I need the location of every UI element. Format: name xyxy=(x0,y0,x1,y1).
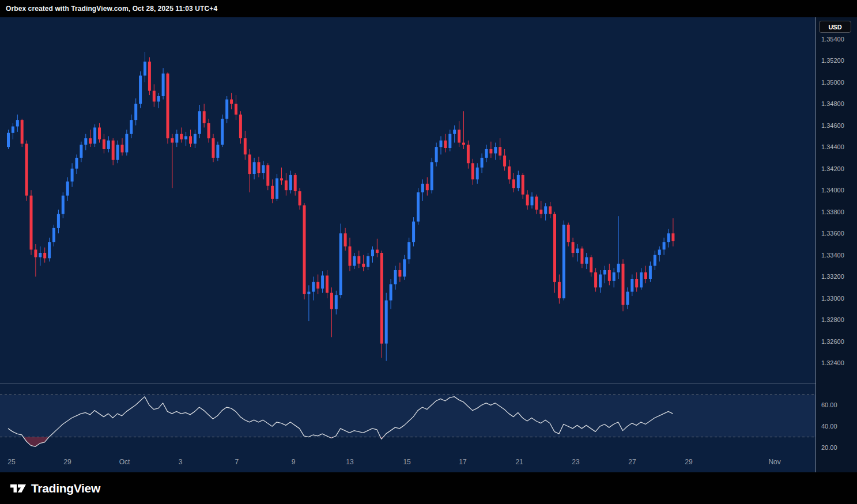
time-axis-label[interactable]: 21 xyxy=(515,458,523,466)
candle-down xyxy=(580,249,583,264)
candle-down xyxy=(244,138,247,154)
candle-up xyxy=(481,158,484,168)
candle-down xyxy=(271,186,274,199)
candle-up xyxy=(440,141,443,147)
price-axis[interactable]: USD 1.354001.352001.350001.348001.346001… xyxy=(816,17,857,472)
candle-up xyxy=(116,145,119,160)
candle-up xyxy=(517,175,520,188)
chart-pane[interactable]: 2529Oct37913151721232729Nov xyxy=(0,17,816,472)
candle-up xyxy=(262,165,265,173)
candle-up xyxy=(216,145,219,158)
candle-up xyxy=(339,233,342,295)
candle-down xyxy=(594,272,597,287)
candle-down xyxy=(526,195,529,206)
time-axis-label[interactable]: 7 xyxy=(235,458,239,466)
candle-down xyxy=(189,136,192,143)
candle-down xyxy=(567,225,570,242)
candle-down xyxy=(266,165,269,186)
candle-down xyxy=(112,141,115,160)
candle-down xyxy=(98,127,101,139)
candle-down xyxy=(572,242,575,253)
time-axis-label[interactable]: 27 xyxy=(628,458,636,466)
price-axis-label: 1.32600 xyxy=(821,338,844,345)
candle-up xyxy=(184,136,187,139)
candle-up xyxy=(7,133,10,147)
candle-down xyxy=(553,214,556,282)
candle-down xyxy=(503,156,506,166)
candle-down xyxy=(444,141,447,148)
time-axis-label[interactable]: 15 xyxy=(403,458,410,466)
time-axis-label[interactable]: 3 xyxy=(179,458,183,466)
pane-separator[interactable] xyxy=(0,384,857,384)
candle-down xyxy=(326,275,329,293)
candle-up xyxy=(57,214,60,228)
time-axis-label[interactable]: 17 xyxy=(459,458,466,466)
time-axis-label[interactable]: 29 xyxy=(63,458,71,466)
candle-down xyxy=(344,233,347,247)
candle-up xyxy=(289,175,292,190)
candle-down xyxy=(230,100,233,104)
currency-badge[interactable]: USD xyxy=(819,21,851,33)
rsi-axis-label: 20.00 xyxy=(821,444,837,451)
candle-down xyxy=(508,166,511,180)
candle-up xyxy=(157,96,160,101)
candle-down xyxy=(539,210,542,214)
candle-down xyxy=(467,145,470,163)
price-axis-label: 1.34800 xyxy=(821,100,844,107)
candle-down xyxy=(357,256,360,264)
candle-down xyxy=(280,179,283,181)
candle-down xyxy=(499,147,501,156)
candle-up xyxy=(225,100,228,119)
price-axis-label: 1.35000 xyxy=(821,79,844,86)
price-axis-label: 1.34600 xyxy=(821,122,844,129)
time-axis-label[interactable]: Oct xyxy=(119,458,130,466)
candle-up xyxy=(312,282,315,292)
candle-up xyxy=(125,134,128,153)
candle-down xyxy=(248,154,251,174)
candle-up xyxy=(585,257,588,264)
candle-down xyxy=(235,104,237,115)
candle-up xyxy=(394,270,397,284)
candle-down xyxy=(635,279,638,287)
candle-down xyxy=(153,91,156,102)
time-axis-label[interactable]: 25 xyxy=(7,458,15,466)
candle-up xyxy=(52,228,55,242)
candle-down xyxy=(644,272,647,279)
candle-up xyxy=(62,196,65,214)
candle-up xyxy=(162,74,165,96)
candle-up xyxy=(75,158,78,169)
tradingview-logo[interactable]: TradingView xyxy=(10,482,100,495)
candle-down xyxy=(349,247,352,266)
candle-down xyxy=(167,74,169,139)
candle-down xyxy=(512,179,515,188)
candle-up xyxy=(390,284,392,300)
candle-down xyxy=(258,162,261,173)
rsi-axis-label: 40.00 xyxy=(821,423,837,430)
time-axis-label[interactable]: 13 xyxy=(346,458,353,466)
candlestick-and-rsi-chart[interactable] xyxy=(0,17,816,472)
candle-up xyxy=(371,249,374,256)
time-axis-label[interactable]: 29 xyxy=(685,458,692,466)
price-axis-label: 1.33400 xyxy=(821,252,844,259)
candle-down xyxy=(180,134,183,139)
time-axis-label[interactable]: Nov xyxy=(768,458,780,466)
candle-down xyxy=(121,145,124,152)
candle-up xyxy=(654,255,656,266)
candle-up xyxy=(134,104,137,120)
time-axis-label[interactable]: 9 xyxy=(292,458,296,466)
candle-down xyxy=(212,138,215,158)
tradingview-mark-icon xyxy=(10,482,26,495)
candle-up xyxy=(599,275,602,288)
candle-down xyxy=(148,62,151,91)
candle-down xyxy=(549,206,552,214)
price-axis-label: 1.33800 xyxy=(821,209,844,215)
candle-up xyxy=(626,292,629,305)
candle-down xyxy=(471,163,474,179)
candle-up xyxy=(453,130,456,134)
candle-up xyxy=(93,127,96,143)
candle-up xyxy=(435,147,438,162)
candle-up xyxy=(307,292,310,294)
time-axis-label[interactable]: 23 xyxy=(572,458,579,466)
candle-down xyxy=(608,270,611,281)
candle-down xyxy=(590,257,592,272)
